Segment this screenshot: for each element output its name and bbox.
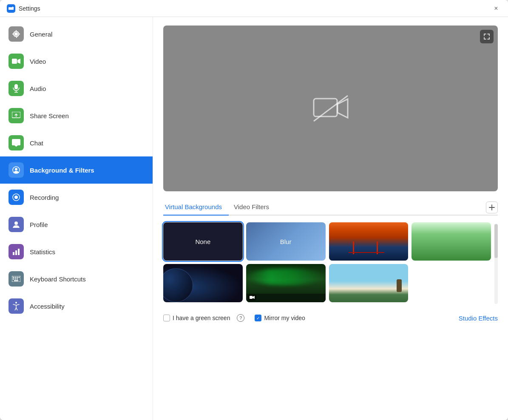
settings-window: Settings × General	[0, 0, 508, 420]
svg-point-9	[14, 196, 18, 199]
svg-rect-16	[15, 277, 16, 278]
background-aurora[interactable]	[246, 264, 326, 302]
svg-rect-1	[12, 59, 17, 64]
tab-virtual-backgrounds[interactable]: Virtual Backgrounds	[163, 200, 229, 216]
studio-effects-link[interactable]: Studio Effects	[459, 315, 498, 322]
video-preview	[163, 26, 498, 191]
sidebar-item-video[interactable]: Video	[0, 48, 153, 75]
aurora-trees	[246, 294, 326, 302]
sidebar-item-background-filters[interactable]: Background & Filters	[0, 156, 153, 184]
backgrounds-row-1: None Blur	[163, 222, 491, 261]
green-screen-help-icon[interactable]: ?	[237, 314, 244, 322]
sidebar-label-profile: Profile	[30, 221, 48, 228]
grass-detail	[412, 222, 491, 261]
sidebar-label-accessibility: Accessibility	[30, 303, 65, 310]
empty-cell	[412, 264, 491, 302]
green-screen-wrapper: I have a green screen	[163, 315, 230, 321]
tabs-row: Virtual Backgrounds Video Filters	[163, 200, 498, 216]
background-none-label: None	[195, 238, 210, 245]
background-space[interactable]	[163, 264, 243, 302]
sidebar-label-statistics: Statistics	[30, 248, 55, 255]
accessibility-icon	[9, 298, 24, 314]
sidebar-label-general: General	[30, 31, 52, 38]
mirror-video-checkbox[interactable]: ✓	[255, 315, 261, 321]
scrollbar-track[interactable]	[494, 224, 498, 304]
main-panel: Virtual Backgrounds Video Filters	[153, 17, 508, 420]
svg-rect-11	[13, 252, 14, 255]
sidebar-label-audio: Audio	[30, 85, 46, 92]
share-screen-icon	[9, 108, 24, 123]
bridge-cable	[349, 252, 384, 253]
keyboard-icon	[9, 271, 24, 287]
scrollbar-thumb[interactable]	[494, 224, 498, 258]
green-screen-label: I have a green screen	[173, 315, 230, 321]
sidebar-item-chat[interactable]: Chat	[0, 129, 153, 156]
svg-point-23	[15, 302, 17, 304]
svg-rect-20	[15, 278, 16, 280]
background-grass[interactable]	[412, 222, 491, 261]
svg-rect-17	[17, 277, 18, 278]
background-blur[interactable]: Blur	[246, 222, 326, 261]
space-planet	[163, 268, 193, 302]
backgrounds-grid-container: None Blur	[163, 222, 491, 306]
svg-rect-2	[14, 84, 18, 89]
sidebar-label-share-screen: Share Screen	[30, 112, 69, 119]
mirror-video-wrapper: ✓ Mirror my video	[255, 315, 305, 321]
titlebar-left: Settings	[7, 4, 40, 13]
svg-line-25	[314, 96, 348, 121]
svg-rect-21	[17, 278, 18, 280]
video-icon	[9, 54, 24, 69]
palm-tree	[397, 279, 402, 292]
sidebar-item-share-screen[interactable]: Share Screen	[0, 102, 153, 129]
chat-icon	[9, 135, 24, 150]
mirror-video-label: Mirror my video	[264, 315, 305, 321]
svg-rect-19	[13, 278, 14, 280]
sidebar-item-keyboard-shortcuts[interactable]: Keyboard Shortcuts	[0, 265, 153, 292]
aurora-glow	[246, 268, 326, 285]
svg-rect-12	[15, 250, 17, 255]
audio-icon	[9, 81, 24, 96]
aurora-video-badge	[248, 295, 256, 301]
bridge-sky	[329, 222, 409, 261]
sidebar-item-statistics[interactable]: Statistics	[0, 238, 153, 265]
sidebar-item-recording[interactable]: Recording	[0, 184, 153, 211]
video-expand-button[interactable]	[480, 30, 494, 43]
background-blur-label: Blur	[280, 238, 292, 245]
svg-rect-18	[19, 277, 20, 278]
svg-point-7	[15, 168, 17, 170]
close-button[interactable]: ×	[491, 3, 501, 14]
sidebar-item-accessibility[interactable]: Accessibility	[0, 292, 153, 320]
tab-video-filters[interactable]: Video Filters	[232, 200, 276, 216]
svg-point-10	[14, 221, 18, 225]
background-none[interactable]: None	[163, 222, 243, 261]
bottom-controls: I have a green screen ? ✓ Mirror my vide…	[163, 309, 498, 322]
sidebar-item-audio[interactable]: Audio	[0, 75, 153, 102]
sidebar-label-bg-filters: Background & Filters	[30, 167, 94, 174]
sidebar: General Video	[0, 17, 153, 420]
green-screen-checkbox[interactable]	[163, 315, 170, 321]
sidebar-label-keyboard: Keyboard Shortcuts	[30, 275, 86, 283]
svg-rect-28	[250, 296, 253, 299]
window-title: Settings	[19, 5, 40, 12]
sidebar-item-general[interactable]: General	[0, 20, 153, 48]
svg-rect-24	[314, 99, 337, 116]
content-area: General Video	[0, 17, 508, 420]
gear-icon	[9, 26, 24, 42]
profile-icon	[9, 217, 24, 232]
backgrounds-area: None Blur	[163, 222, 498, 306]
add-background-button[interactable]	[486, 201, 498, 213]
recording-icon	[9, 190, 24, 205]
sidebar-label-recording: Recording	[30, 194, 59, 201]
app-icon	[7, 4, 15, 13]
svg-rect-13	[18, 249, 20, 255]
background-bridge[interactable]	[329, 222, 409, 261]
svg-rect-22	[14, 280, 18, 281]
background-filters-icon	[9, 162, 24, 178]
backgrounds-row-2	[163, 264, 491, 302]
sidebar-label-video: Video	[30, 58, 46, 65]
camera-off-icon	[312, 94, 350, 123]
statistics-icon	[9, 244, 24, 259]
sidebar-item-profile[interactable]: Profile	[0, 211, 153, 238]
background-beach[interactable]	[329, 264, 409, 302]
svg-rect-15	[13, 277, 14, 278]
